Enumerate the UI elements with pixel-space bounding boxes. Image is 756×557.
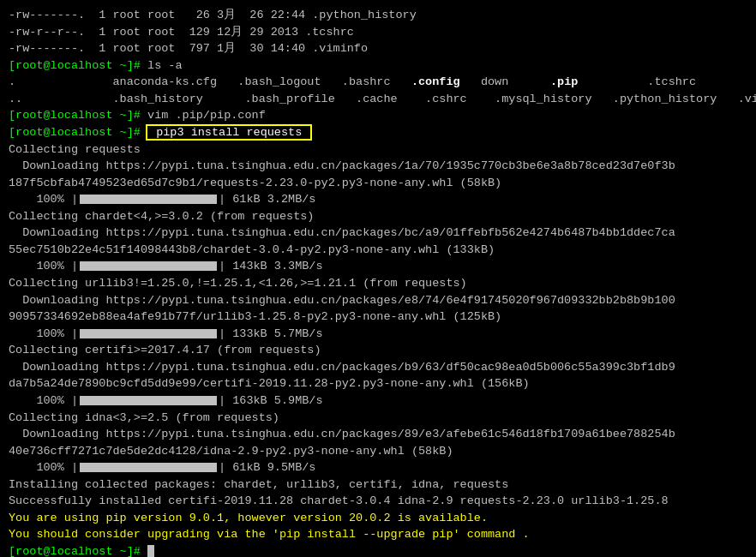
line8: [root@localhost ~]# pip3 install request… xyxy=(9,124,747,141)
line15: 55ec7510b22e4c51f14098443b8/chardet-3.0.… xyxy=(9,242,747,259)
line21: Collecting certifi>=2017.4.17 (from requ… xyxy=(9,342,747,359)
line33: [root@localhost ~]# xyxy=(9,543,747,557)
line2: -rw-r--r--. 1 root root 129 12月 29 2013 … xyxy=(9,24,747,41)
line23: da7b5a24de7890bc9cfd5dd9e99/certifi-2019… xyxy=(9,375,747,392)
line12: 100% || 61kB 3.2MB/s xyxy=(9,191,747,208)
line13: Collecting chardet<4,>=3.0.2 (from reque… xyxy=(9,208,747,225)
line25: Collecting idna<3,>=2.5 (from requests) xyxy=(9,410,747,427)
line31: You are using pip version 9.0.1, however… xyxy=(9,510,747,527)
line5: . anaconda-ks.cfg .bash_logout .bashrc .… xyxy=(9,74,747,91)
line11: 187f5cbfab4749523ed65d7c9b1/requests-2.2… xyxy=(9,175,747,192)
terminal: -rw-------. 1 root root 26 3月 26 22:44 .… xyxy=(0,0,756,557)
line4: [root@localhost ~]# ls -a xyxy=(9,57,747,75)
line16: 100% || 143kB 3.3MB/s xyxy=(9,258,747,275)
line30: Successfully installed certifi-2019.11.2… xyxy=(9,493,747,510)
line3: -rw-------. 1 root root 797 1月 30 14:40 … xyxy=(9,40,747,57)
progress-bar-4 xyxy=(80,396,217,405)
line10: Downloading https://pypi.tuna.tsinghua.e… xyxy=(9,158,747,175)
line17: Collecting urllib3!=1.25.0,!=1.25.1,<1.2… xyxy=(9,275,747,292)
line26: Downloading https://pypi.tuna.tsinghua.e… xyxy=(9,426,747,443)
line20: 100% || 133kB 5.7MB/s xyxy=(9,326,747,343)
line7: [root@localhost ~]# vim .pip/pip.conf xyxy=(9,107,747,124)
line32: You should consider upgrading via the 'p… xyxy=(9,526,747,543)
progress-bar-5 xyxy=(80,463,217,472)
line9: Collecting requests xyxy=(9,141,747,159)
cursor xyxy=(147,545,154,557)
progress-bar-3 xyxy=(80,329,217,338)
prompt2: [root@localhost ~]# xyxy=(9,109,141,122)
line22: Downloading https://pypi.tuna.tsinghua.e… xyxy=(9,359,747,376)
line29: Installing collected packages: chardet, … xyxy=(9,476,747,494)
progress-bar-2 xyxy=(80,261,217,271)
line19: 90957334692eb88ea4afe91b77f/urllib3-1.25… xyxy=(9,308,747,326)
line28: 100% || 61kB 9.5MB/s xyxy=(9,459,747,476)
line1: -rw-------. 1 root root 26 3月 26 22:44 .… xyxy=(9,7,747,24)
pip-command-highlight: pip3 install requests xyxy=(147,126,310,139)
line18: Downloading https://pypi.tuna.tsinghua.e… xyxy=(9,292,747,309)
final-prompt: [root@localhost ~]# xyxy=(9,545,147,557)
progress-bar-1 xyxy=(80,195,217,204)
prompt: [root@localhost ~]# xyxy=(9,59,147,72)
line24: 100% || 163kB 5.9MB/s xyxy=(9,392,747,410)
line27: 40e736cff7271c7de5de2dc4128/idna-2.9-py2… xyxy=(9,443,747,460)
line14: Downloading https://pypi.tuna.tsinghua.e… xyxy=(9,225,747,242)
prompt3: [root@localhost ~]# xyxy=(9,126,147,139)
line6: .. .bash_history .bash_profile .cache .c… xyxy=(9,91,747,108)
